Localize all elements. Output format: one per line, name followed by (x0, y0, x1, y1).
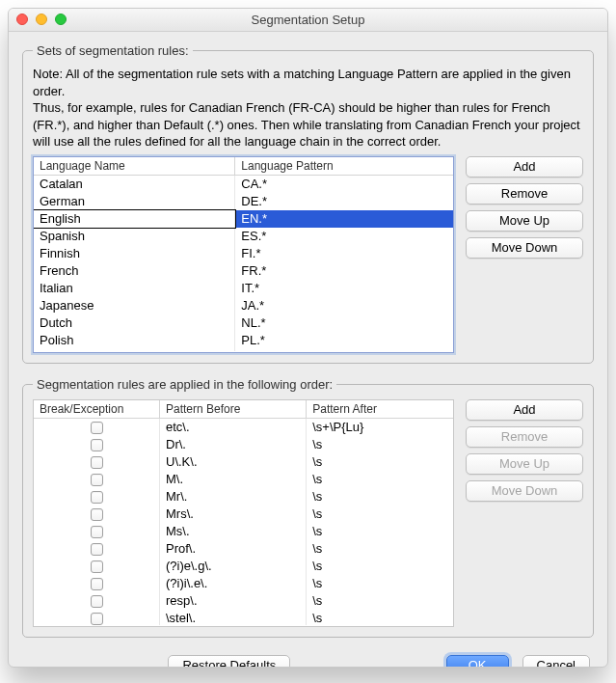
pattern-before-cell[interactable]: (?i)i\.e\. (160, 575, 307, 592)
break-exception-cell[interactable] (34, 505, 160, 523)
language-row[interactable]: DutchNL.* (34, 314, 453, 332)
rule-row[interactable]: Mr\.\s (34, 488, 453, 505)
language-row[interactable]: FinnishFI.* (34, 245, 453, 262)
language-row[interactable]: GermanDE.* (34, 193, 453, 210)
break-exception-cell[interactable] (34, 610, 160, 625)
add-button[interactable]: Add (466, 156, 583, 178)
col-break-exception[interactable]: Break/Exception (34, 400, 160, 419)
move-down-button[interactable]: Move Down (466, 237, 583, 259)
checkbox-icon[interactable] (91, 491, 103, 504)
pattern-after-cell[interactable]: \s (307, 540, 453, 558)
restore-defaults-button[interactable]: Restore Defaults (168, 655, 290, 668)
language-pattern-cell[interactable]: FR.* (235, 262, 453, 280)
language-pattern-cell[interactable]: RU.* (235, 349, 453, 351)
pattern-before-cell[interactable]: (?i)e\.g\. (160, 558, 307, 575)
pattern-after-cell[interactable]: \s (307, 575, 453, 592)
break-exception-cell[interactable] (34, 419, 160, 436)
language-pattern-cell[interactable]: ES.* (235, 228, 453, 245)
checkbox-icon[interactable] (91, 422, 103, 434)
language-name-cell[interactable]: German (34, 193, 235, 210)
pattern-after-cell[interactable]: \s (307, 610, 453, 625)
col-language-name[interactable]: Language Name (34, 157, 235, 176)
cancel-button[interactable]: Cancel (522, 655, 590, 668)
break-exception-cell[interactable] (34, 453, 160, 471)
pattern-after-cell[interactable]: \s (307, 592, 453, 610)
pattern-before-cell[interactable]: Mrs\. (160, 505, 307, 523)
pattern-before-cell[interactable]: etc\. (160, 419, 307, 436)
pattern-before-cell[interactable]: \stel\. (160, 610, 307, 625)
pattern-before-cell[interactable]: resp\. (160, 592, 307, 610)
checkbox-icon[interactable] (91, 439, 103, 451)
ok-button[interactable]: OK (446, 655, 509, 668)
language-pattern-cell[interactable]: FI.* (235, 245, 453, 262)
pattern-after-cell[interactable]: \s (307, 523, 453, 540)
pattern-after-cell[interactable]: \s+\P{Lu} (307, 419, 453, 436)
checkbox-icon[interactable] (91, 613, 103, 624)
language-name-cell[interactable]: Japanese (34, 297, 235, 314)
break-exception-cell[interactable] (34, 471, 160, 488)
col-language-pattern[interactable]: Language Pattern (235, 157, 453, 176)
language-pattern-cell[interactable]: PL.* (235, 332, 453, 349)
language-pattern-cell[interactable]: CA.* (235, 176, 453, 193)
language-row[interactable]: EnglishEN.* (34, 210, 453, 228)
language-row[interactable]: ItalianIT.* (34, 280, 453, 297)
pattern-after-cell[interactable]: \s (307, 558, 453, 575)
pattern-after-cell[interactable]: \s (307, 436, 453, 453)
close-icon[interactable] (16, 14, 28, 25)
rules-move-up-button[interactable]: Move Up (466, 453, 583, 475)
language-name-cell[interactable]: Polish (34, 332, 235, 349)
rule-row[interactable]: M\.\s (34, 471, 453, 488)
break-exception-cell[interactable] (34, 488, 160, 505)
language-name-cell[interactable]: Russian (34, 349, 235, 351)
language-row[interactable]: CatalanCA.* (34, 176, 453, 193)
language-name-cell[interactable]: French (34, 262, 235, 280)
language-row[interactable]: PolishPL.* (34, 332, 453, 349)
rules-move-down-button[interactable]: Move Down (466, 480, 583, 502)
rules-table[interactable]: Break/Exception Pattern Before Pattern A… (33, 399, 454, 627)
pattern-before-cell[interactable]: Prof\. (160, 540, 307, 558)
language-name-cell[interactable]: Catalan (34, 176, 235, 193)
remove-button[interactable]: Remove (466, 183, 583, 205)
language-pattern-cell[interactable]: EN.* (235, 210, 453, 228)
language-name-cell[interactable]: English (34, 210, 235, 228)
rule-row[interactable]: Prof\.\s (34, 540, 453, 558)
break-exception-cell[interactable] (34, 575, 160, 592)
rule-row[interactable]: resp\.\s (34, 592, 453, 610)
checkbox-icon[interactable] (91, 595, 103, 608)
rule-row[interactable]: Dr\.\s (34, 436, 453, 453)
language-table[interactable]: Language Name Language Pattern CatalanCA… (33, 156, 454, 353)
checkbox-icon[interactable] (91, 543, 103, 556)
rule-row[interactable]: U\.K\.\s (34, 453, 453, 471)
language-pattern-cell[interactable]: DE.* (235, 193, 453, 210)
pattern-before-cell[interactable]: U\.K\. (160, 453, 307, 471)
rule-row[interactable]: Mrs\.\s (34, 505, 453, 523)
rule-row[interactable]: \stel\.\s (34, 610, 453, 625)
language-pattern-cell[interactable]: IT.* (235, 280, 453, 297)
checkbox-icon[interactable] (91, 526, 103, 538)
language-row[interactable]: FrenchFR.* (34, 262, 453, 280)
language-row[interactable]: JapaneseJA.* (34, 297, 453, 314)
language-name-cell[interactable]: Spanish (34, 228, 235, 245)
language-name-cell[interactable]: Dutch (34, 314, 235, 332)
zoom-icon[interactable] (55, 14, 67, 25)
pattern-after-cell[interactable]: \s (307, 505, 453, 523)
rules-add-button[interactable]: Add (466, 399, 583, 421)
move-up-button[interactable]: Move Up (466, 210, 583, 232)
break-exception-cell[interactable] (34, 558, 160, 575)
pattern-before-cell[interactable]: M\. (160, 471, 307, 488)
rule-row[interactable]: etc\.\s+\P{Lu} (34, 419, 453, 436)
checkbox-icon[interactable] (91, 560, 103, 573)
rule-row[interactable]: Ms\.\s (34, 523, 453, 540)
pattern-before-cell[interactable]: Mr\. (160, 488, 307, 505)
checkbox-icon[interactable] (91, 456, 103, 469)
language-pattern-cell[interactable]: JA.* (235, 297, 453, 314)
break-exception-cell[interactable] (34, 540, 160, 558)
language-row[interactable]: SpanishES.* (34, 228, 453, 245)
break-exception-cell[interactable] (34, 592, 160, 610)
break-exception-cell[interactable] (34, 436, 160, 453)
checkbox-icon[interactable] (91, 578, 103, 590)
checkbox-icon[interactable] (91, 508, 103, 521)
checkbox-icon[interactable] (91, 474, 103, 486)
pattern-after-cell[interactable]: \s (307, 453, 453, 471)
rules-remove-button[interactable]: Remove (466, 426, 583, 448)
